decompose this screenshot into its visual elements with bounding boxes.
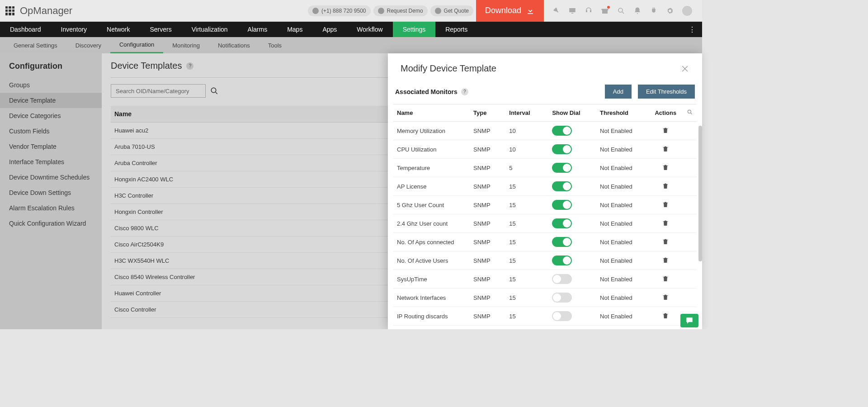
nav-more-icon[interactable]: ⋮ [682, 22, 702, 37]
mon-name[interactable]: SysUpTime [393, 270, 470, 289]
nav-reports[interactable]: Reports [435, 22, 477, 37]
monitor-row: Network InterfacesSNMP15Not Enabled [393, 289, 697, 307]
chat-button[interactable] [680, 314, 698, 327]
show-dial-toggle[interactable] [552, 181, 572, 191]
delete-icon[interactable] [662, 182, 669, 189]
show-dial-toggle[interactable] [552, 200, 572, 210]
get-quote-text: Get Quote [444, 8, 469, 14]
nav-maps[interactable]: Maps [277, 22, 312, 37]
monitor-icon[interactable] [568, 7, 576, 15]
subnav-general-settings[interactable]: General Settings [5, 37, 66, 53]
table-search-icon[interactable] [687, 109, 693, 115]
mon-col-type[interactable]: Type [470, 104, 505, 122]
mon-interval: 15 [505, 307, 548, 326]
monitor-row: 5 Ghz User CountSNMP15Not Enabled [393, 196, 697, 214]
subnav-tools[interactable]: Tools [259, 37, 291, 53]
nav-dashboard[interactable]: Dashboard [0, 22, 51, 37]
show-dial-toggle[interactable] [552, 163, 572, 173]
mon-type: SNMP [470, 196, 505, 214]
nav-servers[interactable]: Servers [140, 22, 181, 37]
show-dial-toggle[interactable] [552, 274, 572, 284]
show-dial-toggle[interactable] [552, 293, 572, 303]
gift-icon[interactable] [601, 7, 609, 15]
show-dial-toggle[interactable] [552, 311, 572, 321]
monitor-row: No. Of Active UsersSNMP15Not Enabled [393, 251, 697, 270]
delete-icon[interactable] [662, 275, 669, 282]
mon-interval: 15 [505, 177, 548, 196]
bell-icon[interactable] [633, 7, 642, 15]
monitor-row: AP LicenseSNMP15Not Enabled [393, 177, 697, 196]
mon-name[interactable]: Temperature [393, 159, 470, 177]
request-demo-pill[interactable]: Request Demo [373, 5, 428, 16]
associated-monitors-label: Associated Monitors [395, 88, 458, 95]
delete-icon[interactable] [662, 127, 669, 134]
mon-threshold: Not Enabled [596, 270, 649, 289]
mon-name[interactable]: 5 Ghz User Count [393, 196, 470, 214]
delete-icon[interactable] [662, 256, 669, 264]
mon-col-interval[interactable]: Interval [505, 104, 548, 122]
headset-icon[interactable] [585, 7, 593, 15]
panel-title: Modify Device Template [401, 63, 680, 74]
mon-threshold: Not Enabled [596, 159, 649, 177]
mon-name[interactable]: 2.4 Ghz User count [393, 214, 470, 233]
mon-name[interactable]: Memory Utilization [393, 122, 470, 140]
user-avatar[interactable] [682, 6, 692, 16]
mon-col-threshold[interactable]: Threshold [596, 104, 649, 122]
phone-pill[interactable]: (+1) 888 720 9500 [308, 5, 370, 16]
delete-icon[interactable] [662, 312, 669, 319]
monitor-row: TemperatureSNMP5Not Enabled [393, 159, 697, 177]
assoc-help-icon[interactable]: ? [461, 88, 468, 95]
search-icon[interactable] [617, 7, 625, 15]
subnav-monitoring[interactable]: Monitoring [163, 37, 209, 53]
delete-icon[interactable] [662, 201, 669, 208]
mon-col-showdial[interactable]: Show Dial [548, 104, 596, 122]
mon-name[interactable]: CPU Utilization [393, 140, 470, 159]
monitor-row: No. Of Aps connectedSNMP15Not Enabled [393, 233, 697, 251]
download-label: Download [485, 6, 521, 15]
nav-settings[interactable]: Settings [393, 22, 436, 37]
nav-virtualization[interactable]: Virtualization [182, 22, 238, 37]
nav-alarms[interactable]: Alarms [238, 22, 278, 37]
mon-name[interactable]: IP Routing discards [393, 307, 470, 326]
delete-icon[interactable] [662, 164, 669, 171]
mon-threshold: Not Enabled [596, 214, 649, 233]
nav-network[interactable]: Network [97, 22, 140, 37]
mon-col-name[interactable]: Name [393, 104, 470, 122]
subnav-notifications[interactable]: Notifications [209, 37, 259, 53]
show-dial-toggle[interactable] [552, 218, 572, 228]
subnav-discovery[interactable]: Discovery [66, 37, 110, 53]
mon-interval: 15 [505, 214, 548, 233]
show-dial-toggle[interactable] [552, 144, 572, 154]
mon-interval: 15 [505, 233, 548, 251]
add-button[interactable]: Add [605, 85, 632, 99]
svg-point-2 [688, 110, 691, 113]
mon-name[interactable]: No. Of Active Users [393, 251, 470, 270]
gear-icon[interactable] [666, 7, 674, 15]
rocket-icon[interactable] [552, 7, 560, 15]
delete-icon[interactable] [662, 238, 669, 245]
nav-apps[interactable]: Apps [312, 22, 347, 37]
mon-col-actions[interactable]: Actions [649, 104, 682, 122]
show-dial-toggle[interactable] [552, 237, 572, 247]
delete-icon[interactable] [662, 219, 669, 227]
subnav-configuration[interactable]: Configuration [110, 37, 163, 53]
edit-thresholds-button[interactable]: Edit Thresholds [638, 85, 695, 99]
nav-workflow[interactable]: Workflow [347, 22, 392, 37]
show-dial-toggle[interactable] [552, 126, 572, 136]
delete-icon[interactable] [662, 293, 669, 301]
mon-type: SNMP [470, 159, 505, 177]
download-button[interactable]: Download [476, 0, 544, 22]
get-quote-pill[interactable]: Get Quote [430, 5, 473, 16]
apps-grid-icon[interactable] [5, 6, 14, 15]
close-icon[interactable] [680, 64, 689, 73]
plug-icon[interactable] [650, 7, 658, 15]
mon-threshold: Not Enabled [596, 251, 649, 270]
nav-inventory[interactable]: Inventory [51, 22, 97, 37]
logo[interactable]: OpManager [20, 5, 72, 17]
mon-type: SNMP [470, 233, 505, 251]
mon-name[interactable]: Network Interfaces [393, 289, 470, 307]
mon-name[interactable]: No. Of Aps connected [393, 233, 470, 251]
show-dial-toggle[interactable] [552, 256, 572, 265]
mon-name[interactable]: AP License [393, 177, 470, 196]
delete-icon[interactable] [662, 145, 669, 152]
